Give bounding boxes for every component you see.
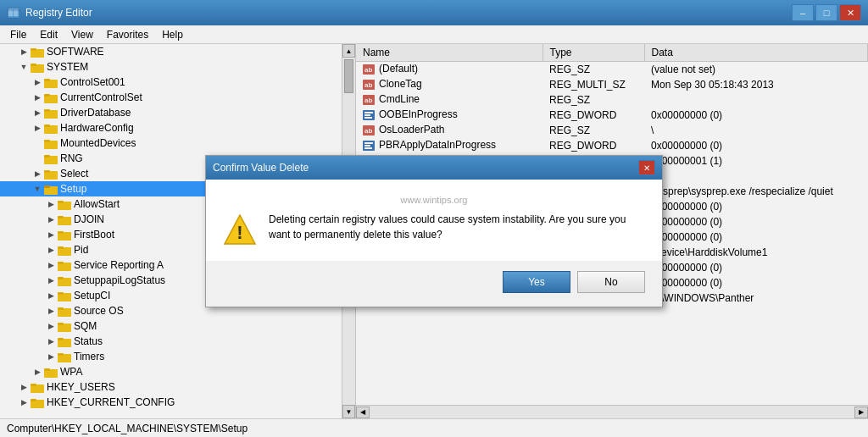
dialog-body: www.wintips.org ! Deleting certain regis…	[206, 180, 662, 261]
minimize-button[interactable]: –	[792, 4, 814, 21]
menu-help[interactable]: Help	[155, 27, 190, 42]
confirm-delete-dialog: Confirm Value Delete ✕ www.wintips.org !	[205, 155, 663, 307]
dialog-titlebar: Confirm Value Delete ✕	[206, 156, 662, 180]
menu-edit[interactable]: Edit	[33, 27, 64, 42]
svg-text:!: !	[236, 222, 242, 243]
menu-bar: File Edit View Favorites Help	[0, 25, 868, 44]
close-button[interactable]: ✕	[839, 4, 861, 21]
dialog-close-button[interactable]: ✕	[638, 160, 655, 175]
dialog-footer: Yes No	[206, 261, 662, 307]
menu-favorites[interactable]: Favorites	[100, 27, 155, 42]
yes-button[interactable]: Yes	[503, 271, 570, 293]
window-title: Registry Editor	[25, 7, 92, 19]
regedit-icon	[7, 6, 20, 19]
dialog-watermark: www.wintips.org	[223, 193, 645, 212]
menu-view[interactable]: View	[64, 27, 100, 42]
no-button[interactable]: No	[577, 271, 645, 293]
restore-button[interactable]: □	[815, 4, 837, 21]
status-bar: Computer\HKEY_LOCAL_MACHINE\SYSTEM\Setup	[0, 418, 868, 437]
dialog-message: Deleting certain registry values could c…	[269, 212, 645, 242]
dialog-title: Confirm Value Delete	[213, 162, 309, 174]
status-bar-text: Computer\HKEY_LOCAL_MACHINE\SYSTEM\Setup	[7, 423, 248, 434]
dialog-overlay: Confirm Value Delete ✕ www.wintips.org !	[0, 44, 868, 418]
menu-file[interactable]: File	[3, 27, 33, 42]
warning-icon: !	[223, 213, 257, 247]
title-bar: Registry Editor – □ ✕	[0, 0, 868, 25]
